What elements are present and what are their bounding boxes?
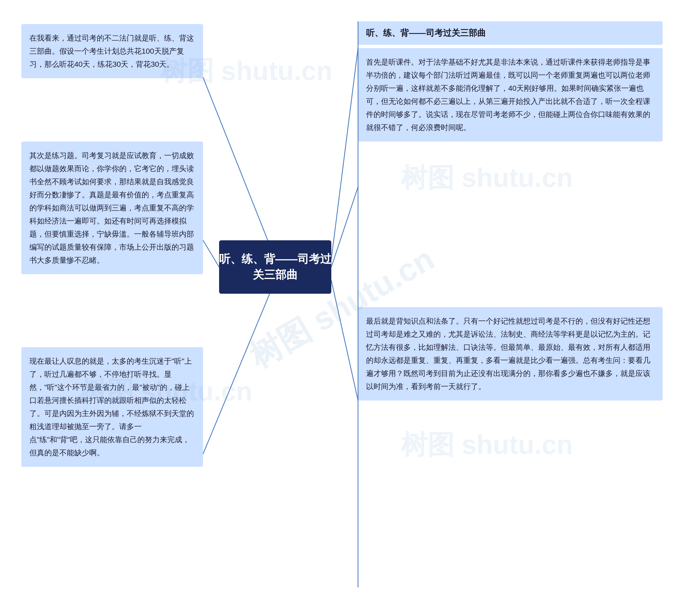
right-box-2: 最后就是背知识点和法条了。只有一个好记性就想过司考是不行的，但没有好记性还想过司… xyxy=(358,307,663,400)
svg-line-0 xyxy=(203,78,275,259)
svg-line-4 xyxy=(331,187,358,267)
left-box-3-text: 现在最让人叹息的就是，太多的考生沉迷于"听"上了，听过几遍都不够，不停地打听寻找… xyxy=(29,357,194,457)
watermark-5: 树图 shutu.cn xyxy=(401,427,573,463)
right-box-1-text: 首先是听课件。对于法学基础不好尤其是非法本来说，通过听课件来获得老师指导是事半功… xyxy=(366,58,650,132)
watermark4-text: 树图 shutu.cn xyxy=(401,162,573,193)
left-box-2: 其次是练习题。司考复习就是应试教育，一切成败都以做题效果而论，你学你的，它考它的… xyxy=(21,141,203,274)
mind-map: 在我看来，通过司考的不二法门就是听、练、背这三部曲。假设一个考生计划总共花100… xyxy=(0,0,684,616)
right-box-1: 首先是听课件。对于法学基础不好尤其是非法本来说，通过听课件来获得老师指导是事半功… xyxy=(358,48,663,141)
right-box-2-text: 最后就是背知识点和法条了。只有一个好记性就想过司考是不行的，但没有好记性还想过司… xyxy=(366,317,650,391)
svg-line-5 xyxy=(331,280,358,400)
left-box-1-text: 在我看来，通过司考的不二法门就是听、练、背这三部曲。假设一个考生计划总共花100… xyxy=(29,34,194,68)
right-header-text: 听、练、背——司考过关三部曲 xyxy=(366,28,486,38)
svg-line-1 xyxy=(203,240,219,267)
svg-line-3 xyxy=(331,48,358,259)
left-box-1: 在我看来，通过司考的不二法门就是听、练、背这三部曲。假设一个考生计划总共花100… xyxy=(21,24,203,78)
center-text: 听、练、背——司考过关三部曲 xyxy=(219,251,331,283)
right-header: 听、练、背——司考过关三部曲 xyxy=(358,21,663,45)
center-node: 听、练、背——司考过关三部曲 xyxy=(219,240,331,294)
left-box-3: 现在最让人叹息的就是，太多的考生沉迷于"听"上了，听过几遍都不够，不停地打听寻找… xyxy=(21,347,203,467)
svg-line-2 xyxy=(203,280,275,454)
watermark5-text: 树图 shutu.cn xyxy=(401,430,573,460)
left-box-2-text: 其次是练习题。司考复习就是应试教育，一切成败都以做题效果而论，你学你的，它考它的… xyxy=(29,151,194,264)
watermark-4: 树图 shutu.cn xyxy=(401,160,573,196)
